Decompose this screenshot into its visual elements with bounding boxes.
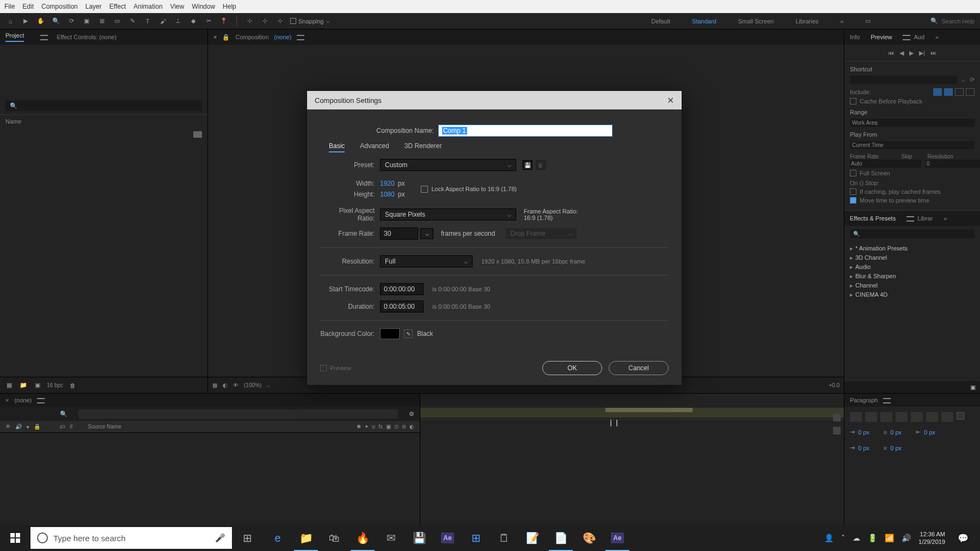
ok-button[interactable]: OK: [542, 361, 602, 375]
cancel-button[interactable]: Cancel: [609, 361, 669, 375]
new-comp-icon[interactable]: ▣: [33, 381, 42, 390]
pan-behind-tool-icon[interactable]: ⊞: [97, 16, 107, 26]
menu-edit[interactable]: Edit: [22, 3, 34, 10]
preset-select[interactable]: Custom⌵: [380, 159, 516, 171]
save-icon[interactable]: 💾: [406, 525, 432, 551]
prev-frame-icon[interactable]: ◀: [899, 50, 904, 57]
close-tab-icon[interactable]: ×: [5, 397, 9, 403]
lock-col-icon[interactable]: 🔒: [34, 424, 40, 430]
play-icon[interactable]: ▶: [909, 50, 914, 57]
hand-tool-icon[interactable]: ✋: [36, 16, 46, 26]
workspace-reset-icon[interactable]: ▭: [865, 17, 871, 25]
align-left-icon[interactable]: [850, 412, 862, 422]
delete-preset-icon[interactable]: 🗑: [536, 160, 546, 170]
overflow-icon[interactable]: »: [935, 34, 939, 40]
include-fx-icon[interactable]: [966, 88, 975, 96]
paragraph-tab[interactable]: Paragraph: [844, 394, 980, 407]
graph-editor-icon[interactable]: [833, 427, 841, 434]
exposure-value[interactable]: +0.0: [829, 382, 840, 388]
timeline-ruler[interactable]: [420, 394, 844, 420]
first-frame-icon[interactable]: ⏮: [888, 50, 894, 56]
move-time-checkbox[interactable]: [850, 197, 856, 204]
folder-icon[interactable]: [193, 131, 202, 138]
tab-3d-renderer[interactable]: 3D Renderer: [405, 142, 442, 152]
tab-effect-controls[interactable]: Effect Controls: (none): [57, 34, 117, 40]
space-after-value[interactable]: 0 px: [890, 445, 902, 451]
after-effects-running-icon[interactable]: Ae: [604, 525, 630, 551]
project-search-input[interactable]: [5, 100, 202, 111]
justify-last-left-icon[interactable]: [896, 412, 908, 422]
tab-preview[interactable]: Preview: [871, 34, 892, 40]
switch-col-icon[interactable]: ✦: [364, 424, 369, 430]
comp-button-icon[interactable]: [833, 414, 841, 421]
menu-file[interactable]: File: [4, 3, 15, 10]
align-center-icon[interactable]: [865, 412, 877, 422]
tab-basic[interactable]: Basic: [329, 142, 345, 152]
menu-effect[interactable]: Effect: [109, 3, 126, 10]
include-overlay-icon[interactable]: [955, 88, 964, 96]
calculator-icon[interactable]: 🗒: [491, 525, 517, 551]
search-help[interactable]: 🔍 Search Help: [930, 17, 975, 25]
eyedropper-icon[interactable]: ✎: [404, 329, 413, 338]
switch-col-icon[interactable]: ◐: [409, 424, 414, 430]
save-preset-icon[interactable]: 💾: [523, 160, 532, 170]
if-caching-checkbox[interactable]: [850, 188, 856, 195]
bg-color-swatch[interactable]: [380, 328, 400, 339]
switch-col-icon[interactable]: ▣: [386, 424, 391, 430]
audio-col-icon[interactable]: 🔊: [15, 424, 22, 430]
height-value[interactable]: 1080: [380, 191, 395, 198]
local-axis-icon[interactable]: ⊹: [244, 16, 254, 26]
text-direction-icon[interactable]: [957, 412, 964, 420]
camera-tool-icon[interactable]: ▣: [82, 16, 91, 26]
paint-icon[interactable]: 🎨: [576, 525, 602, 551]
switch-col-icon[interactable]: ⧄: [372, 424, 375, 430]
mic-icon[interactable]: 🎤: [215, 533, 225, 543]
pen-tool-icon[interactable]: ✎: [127, 16, 137, 26]
shortcut-input[interactable]: [850, 76, 957, 84]
tab-project[interactable]: Project: [5, 32, 24, 42]
notepad-icon[interactable]: 📝: [519, 525, 546, 551]
effects-category[interactable]: ▸CINEMA 4D: [850, 290, 975, 299]
home-icon[interactable]: ⌂: [5, 16, 15, 26]
cache-before-checkbox[interactable]: [850, 98, 856, 105]
start-tc-input[interactable]: [380, 283, 424, 295]
justify-all-icon[interactable]: [941, 412, 953, 422]
view-axis-icon[interactable]: ⊹: [275, 16, 285, 26]
wordpad-icon[interactable]: 📄: [548, 525, 574, 551]
timeline-search-input[interactable]: [78, 409, 398, 419]
mail-icon[interactable]: ✉: [378, 525, 404, 551]
timeline-filter-icon[interactable]: ⚙: [409, 411, 414, 418]
solo-col-icon[interactable]: ●: [26, 424, 29, 430]
include-audio-icon[interactable]: [944, 88, 953, 96]
action-center-icon[interactable]: 💬: [953, 527, 973, 549]
composition-name[interactable]: (none): [274, 34, 292, 40]
menu-composition[interactable]: Composition: [41, 3, 78, 10]
zoom-tool-icon[interactable]: 🔍: [51, 16, 61, 26]
loop-icon[interactable]: ⟳: [970, 76, 975, 83]
tab-audio[interactable]: Aud: [914, 34, 924, 40]
indent-right-value[interactable]: 0 px: [924, 429, 935, 436]
fps-input[interactable]: [380, 228, 418, 240]
roto-tool-icon[interactable]: ✂: [204, 16, 213, 26]
lock-icon[interactable]: 🔒: [222, 34, 230, 41]
maxthon-icon[interactable]: ⊞: [463, 525, 489, 551]
switch-col-icon[interactable]: ✱: [357, 424, 361, 430]
justify-last-center-icon[interactable]: [911, 412, 923, 422]
new-bin-icon[interactable]: ▣: [970, 384, 976, 391]
par-select[interactable]: Square Pixels⌵: [380, 209, 516, 221]
resolution-select[interactable]: Full⌵: [380, 255, 473, 267]
menu-help[interactable]: Help: [223, 3, 236, 10]
alpha-icon[interactable]: ▦: [212, 382, 217, 388]
video-col-icon[interactable]: 👁: [5, 424, 11, 430]
firefox-icon[interactable]: 🔥: [350, 525, 376, 551]
tab-info[interactable]: Info: [850, 34, 860, 40]
onedrive-icon[interactable]: ☁: [853, 534, 860, 542]
taskbar-search[interactable]: Type here to search 🎤: [30, 527, 232, 549]
indent-left-value[interactable]: 0 px: [858, 429, 869, 436]
lock-aspect-checkbox[interactable]: Lock Aspect Ratio to 16:9 (1.78): [421, 186, 517, 193]
fps-dropdown-icon[interactable]: ⌵: [420, 228, 433, 239]
resolution-dropdown-icon[interactable]: ⌵: [267, 382, 270, 388]
justify-last-right-icon[interactable]: [926, 412, 938, 422]
effects-category[interactable]: ▸Audio: [850, 262, 975, 272]
full-screen-checkbox[interactable]: [850, 170, 856, 176]
